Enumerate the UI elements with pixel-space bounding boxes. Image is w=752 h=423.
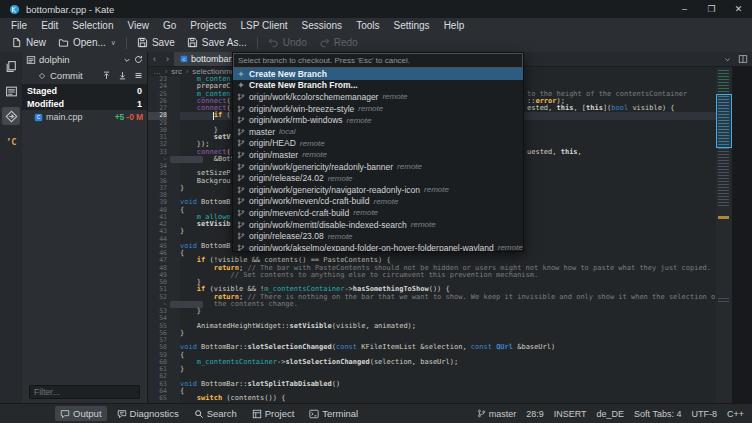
- branch-list-item[interactable]: masterlocal: [233, 126, 523, 138]
- branch-icon: [237, 163, 245, 171]
- branch-list-item[interactable]: origin/work/kcolorschememanagerremote: [233, 91, 523, 103]
- save-as-button[interactable]: Save As...: [181, 35, 253, 51]
- menu-icon[interactable]: [134, 71, 143, 80]
- push-icon[interactable]: [102, 71, 111, 80]
- close-button[interactable]: ✕: [725, 0, 752, 18]
- status-28-9[interactable]: 28:9: [526, 409, 544, 419]
- toolview-git-button[interactable]: [2, 107, 20, 125]
- code-line: 61}: [148, 366, 752, 373]
- branch-list-item[interactable]: origin/work/genericity/navigator-readonl…: [233, 184, 523, 196]
- branch-name: origin/work/genericity/readonly-banner: [249, 162, 393, 172]
- menu-settings[interactable]: Settings: [386, 20, 436, 31]
- branch-list-item[interactable]: origin/release/23.08remote: [233, 230, 523, 242]
- menu-tools[interactable]: Tools: [349, 20, 386, 31]
- branch-list-item[interactable]: origin/release/24.02remote: [233, 172, 523, 184]
- branch-icon: [237, 232, 245, 240]
- right-toolview-strip: [732, 66, 752, 403]
- breadcrumb-segment[interactable]: src: [171, 67, 182, 76]
- branch-list-item[interactable]: Create New Branch: [233, 68, 523, 80]
- menu-help[interactable]: Help: [437, 20, 472, 31]
- save-as-icon: [187, 37, 198, 48]
- lines-removed: -0: [126, 112, 134, 122]
- status-insert[interactable]: INSERT: [554, 409, 587, 419]
- search-panel-button[interactable]: Search: [189, 406, 242, 421]
- branch-list: Create New BranchCreate New Branch From.…: [233, 68, 523, 252]
- diagnostics-panel-button[interactable]: Diagnostics: [112, 406, 184, 421]
- project-panel-button[interactable]: Project: [247, 406, 300, 421]
- save-button[interactable]: Save: [131, 35, 181, 51]
- minimap-band: [718, 148, 729, 206]
- toolbar-button-label: Open...: [73, 37, 106, 48]
- branch-list-item[interactable]: origin/work/genericity/readonly-bannerre…: [233, 161, 523, 173]
- status-de-de[interactable]: de_DE: [597, 409, 625, 419]
- toolview-documents-button[interactable]: [2, 57, 20, 75]
- git-icon: [5, 110, 18, 123]
- modified-file-row[interactable]: Cmain.cpp+5-0M: [22, 110, 147, 124]
- status-utf-8[interactable]: UTF-8: [691, 409, 717, 419]
- project-name: dolphin: [39, 54, 70, 65]
- terminal-panel-button[interactable]: Terminal: [304, 406, 363, 421]
- output-panel-button[interactable]: Output: [55, 406, 107, 421]
- status-master[interactable]: master: [477, 409, 517, 419]
- branch-list-item[interactable]: origin/masterremote: [233, 149, 523, 161]
- forward-icon[interactable]: ›: [161, 54, 174, 64]
- menu-view[interactable]: View: [121, 20, 157, 31]
- branch-list-item[interactable]: origin/work/win-breeze-styleremote: [233, 103, 523, 115]
- branch-scope-tag: remote: [373, 197, 398, 206]
- branch-list-item[interactable]: origin/meven/cd-craft-buildremote: [233, 207, 523, 219]
- breadcrumb-segment[interactable]: …: [153, 67, 161, 76]
- toolbar-button-label: New: [26, 37, 46, 48]
- new-button[interactable]: New: [5, 35, 52, 51]
- menu-edit[interactable]: Edit: [34, 20, 65, 31]
- code-text: }: [180, 366, 184, 373]
- pull-icon[interactable]: [118, 71, 127, 80]
- branch-list-item[interactable]: Create New Branch From...: [233, 80, 523, 92]
- menu-lsp-client[interactable]: LSP Client: [233, 20, 294, 31]
- branch-list-item[interactable]: origin/work/rmb-windowsremote: [233, 114, 523, 126]
- branch-scope-tag: remote: [328, 232, 353, 241]
- commit-button[interactable]: Commit: [38, 70, 83, 81]
- menu-sessions[interactable]: Sessions: [295, 20, 350, 31]
- text-cursor: [213, 112, 214, 119]
- status-item-label: 28:9: [526, 409, 544, 419]
- branch-icon: [237, 209, 245, 217]
- refresh-icon[interactable]: [134, 55, 143, 64]
- split-view-icon[interactable]: [738, 54, 748, 64]
- branch-list-item[interactable]: origin/work/meven/cd-craft-buildremote: [233, 196, 523, 208]
- toolview-symbols-button[interactable]: [2, 82, 20, 100]
- menu-file[interactable]: File: [4, 20, 34, 31]
- branch-list-item[interactable]: origin/work/merritt/disable-indexed-sear…: [233, 219, 523, 231]
- menu-selection[interactable]: Selection: [65, 20, 120, 31]
- chevron-down-icon[interactable]: ∨: [111, 39, 116, 47]
- maximize-button[interactable]: ❐: [698, 0, 725, 18]
- minimap-viewport[interactable]: [716, 94, 732, 148]
- chevron-down-icon[interactable]: [123, 56, 131, 64]
- project-selector[interactable]: dolphin: [22, 52, 147, 67]
- branch-scope-tag: remote: [353, 208, 378, 217]
- branch-list-item[interactable]: origin/work/akselmo/expand-folder-on-hov…: [233, 242, 523, 252]
- breadcrumb-separator: ›: [165, 68, 167, 75]
- code-text: }: [180, 308, 201, 315]
- status-soft-tabs-4[interactable]: Soft Tabs: 4: [634, 409, 681, 419]
- chevron-down-icon[interactable]: [724, 56, 731, 63]
- code-line: 58void BottomBar::slotSelectionChanged(c…: [148, 344, 752, 351]
- modified-section-header[interactable]: Modified 1: [22, 97, 147, 110]
- status-item-label: Soft Tabs: 4: [634, 409, 681, 419]
- branch-name: origin/release/23.08: [249, 231, 324, 241]
- toolview-ctags-button[interactable]: ’C: [2, 132, 20, 150]
- branch-name: master: [249, 127, 275, 137]
- minimize-button[interactable]: –: [671, 0, 698, 18]
- minimap-scrollbar[interactable]: [716, 68, 732, 403]
- branch-search-input[interactable]: Select branch to checkout. Press 'Esc' t…: [233, 53, 523, 68]
- code-line: 60 m_contentsContainer->slotSelectionCha…: [148, 359, 752, 366]
- back-icon[interactable]: ‹: [148, 54, 161, 64]
- branch-list-item[interactable]: origin/HEADremote: [233, 138, 523, 150]
- panel-button-label: Output: [73, 408, 102, 419]
- menu-projects[interactable]: Projects: [183, 20, 233, 31]
- open-button[interactable]: Open...∨: [52, 35, 122, 51]
- staged-section-header[interactable]: Staged 0: [22, 84, 147, 97]
- filter-input[interactable]: Filter...: [29, 385, 140, 399]
- menu-go[interactable]: Go: [156, 20, 183, 31]
- undo-button: Undo: [262, 35, 313, 51]
- status-c-[interactable]: C++: [727, 409, 744, 419]
